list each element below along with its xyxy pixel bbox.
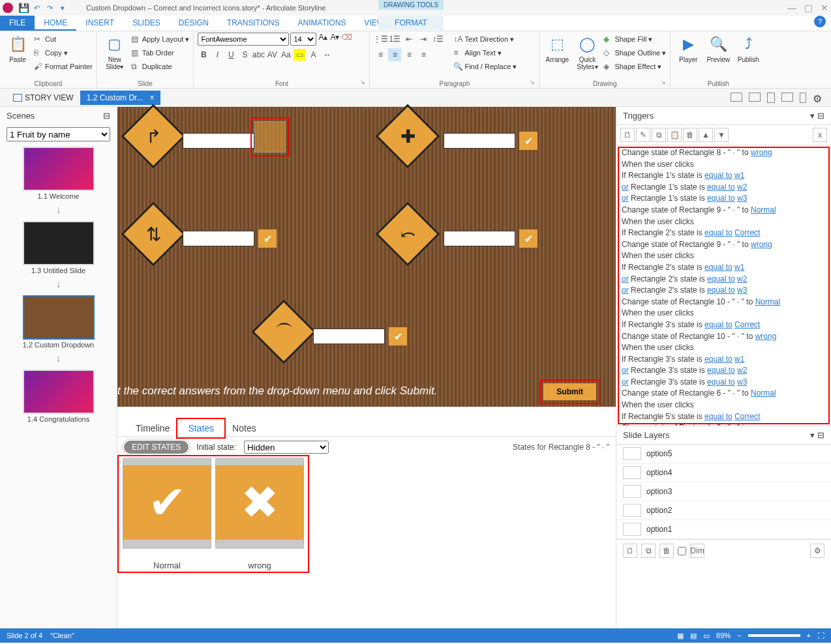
underline-icon[interactable]: U [225, 49, 237, 61]
op-link[interactable]: equal to [704, 171, 733, 180]
triggers-collapse-icon[interactable]: ▾ ⊟ [810, 111, 824, 121]
layer-row[interactable]: option1 [616, 520, 831, 539]
publish-button[interactable]: ⤴Publish [734, 33, 762, 79]
trigger-when[interactable]: When the user clicks [622, 400, 826, 411]
clear-format-icon[interactable]: ⌫ [341, 33, 352, 46]
trigger-link[interactable]: wrong [751, 240, 772, 249]
shadow-icon[interactable]: abc [252, 49, 264, 61]
trigger-action[interactable]: Change state of Rectangle 9 - " · " to N… [622, 205, 826, 216]
shape-effect-button[interactable]: ◈Shape Effect ▾ [603, 60, 666, 73]
val-link[interactable]: Correct [734, 228, 760, 237]
drawing-dialog-launcher-icon[interactable]: ↘ [661, 79, 669, 87]
font-name-select[interactable]: FontAwesome [198, 33, 289, 46]
val-link[interactable]: w1 [734, 171, 744, 180]
state-normal[interactable]: ✔Normal [123, 458, 211, 570]
maximize-icon[interactable]: ▢ [804, 3, 813, 13]
triggers-list[interactable]: Change state of Rectangle 8 - " · " to w… [616, 145, 831, 426]
tab-insert[interactable]: INSERT [76, 16, 123, 31]
line-spacing-icon[interactable]: ↕☰ [431, 33, 444, 46]
trigger-condition[interactable]: or Rectangle 2's state is equal to w2 [622, 274, 826, 285]
highlight-icon[interactable]: ▭ [294, 49, 305, 61]
text-direction-button[interactable]: ↕AText Direction ▾ [453, 33, 517, 46]
scene-thumb[interactable] [23, 370, 95, 414]
trigger-condition[interactable]: or Rectangle 1's state is equal to w3 [622, 194, 826, 204]
dup-layer-icon[interactable]: ⧉ [641, 544, 656, 558]
val-link[interactable]: Correct [734, 412, 760, 421]
minimize-icon[interactable]: — [787, 3, 796, 13]
smallcaps-icon[interactable]: AV [266, 49, 278, 61]
scenes-collapse-icon[interactable]: ⊟ [103, 111, 110, 121]
or-link[interactable]: or [622, 274, 629, 284]
op-link[interactable]: equal to [707, 194, 735, 203]
trigger-when[interactable]: When the user clicks [622, 217, 826, 227]
zoom-in-icon[interactable]: + [807, 632, 811, 639]
align-text-button[interactable]: ≡Align Text ▾ [453, 46, 517, 59]
or-link[interactable]: or [622, 183, 629, 192]
close-icon[interactable]: ✕ [821, 3, 828, 13]
val-link[interactable]: w3 [737, 194, 747, 203]
tab-slides[interactable]: SLIDES [123, 16, 170, 31]
case-icon[interactable]: Aa [280, 49, 292, 61]
new-slide-button[interactable]: ▢New Slide▾ [101, 33, 128, 79]
or-link[interactable]: or [622, 366, 629, 375]
trigger-link[interactable]: Normal [755, 297, 781, 306]
val-link[interactable]: w2 [737, 274, 747, 284]
font-size-select[interactable]: 14 [290, 33, 316, 46]
slide-tab-current[interactable]: 1.2 Custom Dr...× [80, 91, 161, 105]
close-tab-icon[interactable]: × [149, 93, 154, 102]
dim-checkbox[interactable] [678, 547, 686, 555]
or-link[interactable]: or [622, 377, 629, 387]
layer-row[interactable]: option3 [616, 482, 831, 501]
trigger-when[interactable]: When the user clicks [622, 160, 826, 170]
trigger-link[interactable]: wrong [751, 148, 772, 157]
or-link[interactable]: or [622, 285, 629, 295]
grow-font-icon[interactable]: A▴ [318, 33, 328, 46]
undo-icon[interactable]: ↶ [31, 3, 42, 13]
op-link[interactable]: equal to [704, 355, 733, 364]
shrink-font-icon[interactable]: A▾ [329, 33, 340, 46]
dropdown-1[interactable] [183, 133, 254, 149]
trigger-action[interactable]: Change state of Rectangle 10 - " · " to … [622, 297, 826, 308]
para-dialog-launcher-icon[interactable]: ↘ [530, 79, 537, 87]
trigger-condition[interactable]: If Rectangle 2's state is equal to Corre… [622, 228, 826, 239]
delete-trigger-icon[interactable]: 🗑 [683, 128, 697, 142]
op-link[interactable]: equal to [707, 274, 735, 284]
op-link[interactable]: equal to [707, 377, 735, 387]
val-link[interactable]: w1 [734, 263, 744, 272]
op-link[interactable]: equal to [707, 183, 735, 192]
dropdown-2[interactable] [444, 133, 515, 149]
tab-timeline[interactable]: Timeline [127, 420, 179, 436]
find-replace-button[interactable]: 🔍Find / Replace ▾ [453, 60, 517, 73]
val-link[interactable]: w2 [737, 183, 747, 192]
font-color-icon[interactable]: A [307, 49, 319, 61]
bold-icon[interactable]: B [198, 49, 209, 61]
phone-landscape-icon[interactable] [781, 93, 793, 102]
story-view-tab[interactable]: STORY VIEW [7, 91, 80, 105]
layer-settings-icon[interactable]: ⚙ [810, 544, 824, 558]
arrange-button[interactable]: ⬚Arrange [543, 33, 571, 79]
align-left-icon[interactable]: ≡ [374, 48, 387, 61]
val-link[interactable]: w2 [737, 366, 747, 375]
op-link[interactable]: equal to [707, 366, 735, 375]
copy-button[interactable]: ⎘Copy ▾ [34, 46, 93, 59]
edit-trigger-icon[interactable]: ✎ [636, 128, 650, 142]
trigger-link[interactable]: Normal [751, 388, 776, 398]
trigger-when[interactable]: When the user clicks [622, 251, 826, 261]
layers-collapse-icon[interactable]: ▾ ⊟ [810, 430, 824, 440]
copy-trigger-icon[interactable]: ⧉ [652, 128, 666, 142]
scene-thumb[interactable] [23, 295, 95, 340]
tab-design[interactable]: DESIGN [170, 16, 218, 31]
indent-dec-icon[interactable]: ⇤ [402, 33, 416, 46]
numbering-icon[interactable]: 1☰ [388, 33, 401, 46]
val-link[interactable]: w1 [734, 355, 744, 364]
laptop-icon[interactable] [749, 93, 761, 102]
desktop-icon[interactable] [731, 93, 742, 102]
dropdown-5[interactable] [313, 329, 385, 344]
trigger-condition[interactable]: or Rectangle 1's state is equal to w2 [622, 183, 826, 193]
dropdown-4[interactable] [444, 231, 515, 246]
trigger-action[interactable]: Change state of Rectangle 6 - " · " to N… [622, 388, 826, 399]
layer-row[interactable]: option2 [616, 501, 831, 520]
scene-thumb[interactable] [23, 221, 95, 265]
tab-transitions[interactable]: TRANSITIONS [218, 16, 289, 31]
layer-row[interactable]: option4 [616, 463, 831, 482]
